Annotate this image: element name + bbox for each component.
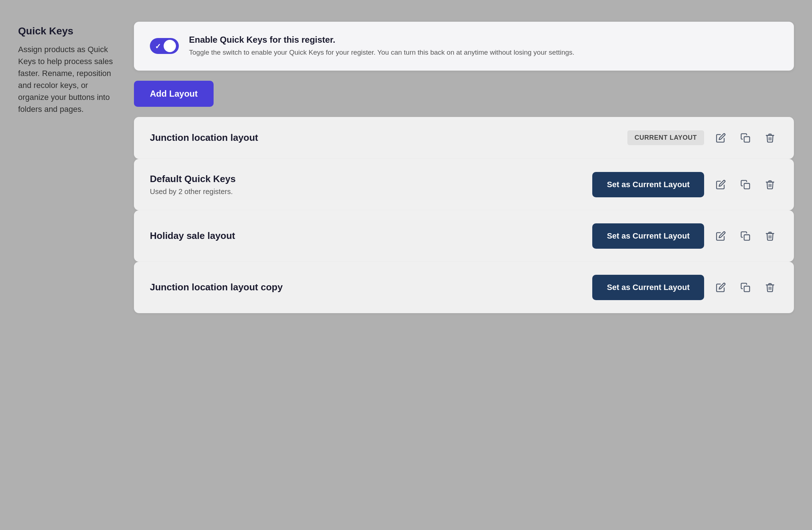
copy-icon [740, 282, 750, 293]
quick-keys-toggle-card: ✓ Enable Quick Keys for this register. T… [134, 22, 794, 71]
trash-icon [765, 231, 775, 241]
edit-icon [716, 133, 726, 143]
svg-rect-1 [744, 183, 750, 189]
page-title: Quick Keys [18, 25, 119, 37]
add-layout-button[interactable]: Add Layout [134, 81, 214, 107]
layout-name: Junction location layout copy [150, 282, 283, 293]
layout-list: Junction location layoutCURRENT LAYOUTDe… [134, 117, 794, 313]
layout-sub: Used by 2 other registers. [150, 188, 236, 196]
toggle-text-area: Enable Quick Keys for this register. Tog… [189, 35, 778, 58]
edit-icon [716, 180, 726, 190]
layout-card: Junction location layoutCURRENT LAYOUT [134, 117, 794, 159]
edit-layout-button[interactable] [713, 279, 729, 295]
set-current-layout-button[interactable]: Set as Current Layout [592, 172, 704, 197]
layout-name: Default Quick Keys [150, 173, 236, 185]
delete-layout-button[interactable] [762, 130, 778, 146]
edit-icon [716, 231, 726, 241]
copy-layout-button[interactable] [737, 130, 753, 146]
layout-info: Junction location layout copy [150, 282, 283, 293]
edit-layout-button[interactable] [713, 130, 729, 146]
set-current-layout-button[interactable]: Set as Current Layout [592, 223, 704, 249]
edit-layout-button[interactable] [713, 228, 729, 244]
sidebar: Quick Keys Assign products as Quick Keys… [18, 22, 134, 508]
edit-layout-button[interactable] [713, 177, 729, 193]
layout-actions: CURRENT LAYOUT [627, 130, 778, 146]
layout-name: Junction location layout [150, 132, 258, 143]
toggle-title: Enable Quick Keys for this register. [189, 35, 778, 45]
svg-rect-0 [744, 136, 750, 142]
copy-icon [740, 231, 750, 241]
delete-layout-button[interactable] [762, 279, 778, 295]
layout-card: Default Quick KeysUsed by 2 other regist… [134, 159, 794, 210]
trash-icon [765, 282, 775, 293]
layout-actions: Set as Current Layout [592, 275, 778, 300]
layout-name: Holiday sale layout [150, 230, 235, 241]
trash-icon [765, 180, 775, 190]
layout-card: Junction location layout copySet as Curr… [134, 262, 794, 313]
copy-icon [740, 180, 750, 190]
main-content: ✓ Enable Quick Keys for this register. T… [134, 22, 794, 508]
svg-rect-3 [744, 286, 750, 291]
sidebar-description: Assign products as Quick Keys to help pr… [18, 43, 119, 115]
layout-card: Holiday sale layoutSet as Current Layout [134, 210, 794, 262]
toggle-check-icon: ✓ [155, 42, 161, 51]
set-current-layout-button[interactable]: Set as Current Layout [592, 275, 704, 300]
copy-layout-button[interactable] [737, 228, 753, 244]
edit-icon [716, 282, 726, 293]
copy-icon [740, 133, 750, 143]
toggle-subtitle: Toggle the switch to enable your Quick K… [189, 48, 778, 58]
copy-layout-button[interactable] [737, 279, 753, 295]
current-layout-badge: CURRENT LAYOUT [627, 130, 704, 145]
svg-rect-2 [744, 235, 750, 240]
layout-actions: Set as Current Layout [592, 172, 778, 197]
trash-icon [765, 133, 775, 143]
layout-actions: Set as Current Layout [592, 223, 778, 249]
layout-info: Junction location layout [150, 132, 258, 143]
delete-layout-button[interactable] [762, 228, 778, 244]
layout-info: Default Quick KeysUsed by 2 other regist… [150, 173, 236, 196]
delete-layout-button[interactable] [762, 177, 778, 193]
layout-info: Holiday sale layout [150, 230, 235, 241]
quick-keys-toggle[interactable]: ✓ [150, 38, 179, 54]
copy-layout-button[interactable] [737, 177, 753, 193]
